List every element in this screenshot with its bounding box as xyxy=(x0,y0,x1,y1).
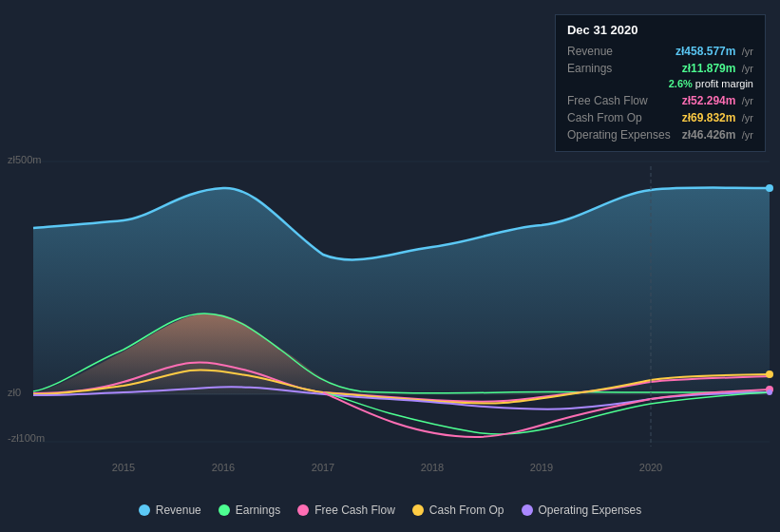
x-label-2016: 2016 xyxy=(212,462,235,473)
data-tooltip: Dec 31 2020 Revenue zł458.577m /yr Earni… xyxy=(555,14,766,152)
tooltip-value-revenue: zł458.577m xyxy=(675,45,735,58)
tooltip-row-opex: Operating Expenses zł46.426m /yr xyxy=(567,126,753,143)
legend-earnings[interactable]: Earnings xyxy=(219,504,280,517)
x-label-2020: 2020 xyxy=(639,462,662,473)
legend-dot-fcf xyxy=(297,504,309,516)
legend-dot-cashfromop xyxy=(412,504,424,516)
tooltip-row-fcf: Free Cash Flow zł52.294m /yr xyxy=(567,92,753,109)
tooltip-label-fcf: Free Cash Flow xyxy=(567,94,648,107)
legend-dot-opex xyxy=(522,504,533,516)
tooltip-value-fcf: zł52.294m xyxy=(682,94,736,107)
legend-revenue[interactable]: Revenue xyxy=(139,504,201,517)
tooltip-label-opex: Operating Expenses xyxy=(567,128,671,142)
tooltip-label-cashfromop: Cash From Op xyxy=(567,111,642,124)
tooltip-row-revenue: Revenue zł458.577m /yr xyxy=(567,43,753,60)
profit-margin-row: 2.6% profit margin xyxy=(567,77,753,92)
legend-fcf[interactable]: Free Cash Flow xyxy=(297,504,395,517)
y-label-500: zł500m xyxy=(8,154,41,165)
profit-margin-label: 2.6% profit margin xyxy=(669,78,753,89)
tooltip-value-earnings: zł11.879m xyxy=(682,62,736,75)
tooltip-unit-earnings: /yr xyxy=(742,63,753,74)
tooltip-unit-fcf: /yr xyxy=(742,95,753,106)
x-label-2019: 2019 xyxy=(530,462,553,473)
legend-label-opex: Operating Expenses xyxy=(539,504,642,517)
tooltip-date: Dec 31 2020 xyxy=(567,23,753,37)
legend-label-earnings: Earnings xyxy=(236,504,280,517)
x-label-2018: 2018 xyxy=(421,462,444,473)
svg-point-5 xyxy=(766,370,773,378)
tooltip-row-earnings: Earnings zł11.879m /yr xyxy=(567,60,753,77)
x-label-2017: 2017 xyxy=(312,462,334,473)
svg-point-4 xyxy=(766,184,773,192)
legend-cashfromop[interactable]: Cash From Op xyxy=(412,504,504,517)
svg-point-7 xyxy=(767,390,772,395)
y-label-neg100: -zł100m xyxy=(8,432,45,444)
tooltip-label-revenue: Revenue xyxy=(567,45,613,58)
legend-label-cashfromop: Cash From Op xyxy=(429,504,504,517)
x-label-2015: 2015 xyxy=(112,462,135,473)
tooltip-unit-revenue: /yr xyxy=(742,46,753,57)
tooltip-value-cashfromop: zł69.832m xyxy=(682,111,736,124)
legend-dot-earnings xyxy=(219,504,230,516)
tooltip-unit-cashfromop: /yr xyxy=(742,112,753,124)
tooltip-row-cashfromop: Cash From Op zł69.832m /yr xyxy=(567,109,753,126)
tooltip-value-opex: zł46.426m xyxy=(682,128,736,142)
tooltip-label-earnings: Earnings xyxy=(567,62,612,75)
legend-dot-revenue xyxy=(139,504,150,516)
tooltip-unit-opex: /yr xyxy=(742,129,753,141)
chart-area: zł500m zł0 -zł100m 2015 2016 2017 2018 2… xyxy=(0,0,780,532)
y-label-0: zł0 xyxy=(8,387,21,398)
chart-legend: Revenue Earnings Free Cash Flow Cash Fro… xyxy=(0,504,780,517)
legend-label-revenue: Revenue xyxy=(156,504,201,517)
legend-opex[interactable]: Operating Expenses xyxy=(522,504,642,517)
legend-label-fcf: Free Cash Flow xyxy=(314,504,395,517)
